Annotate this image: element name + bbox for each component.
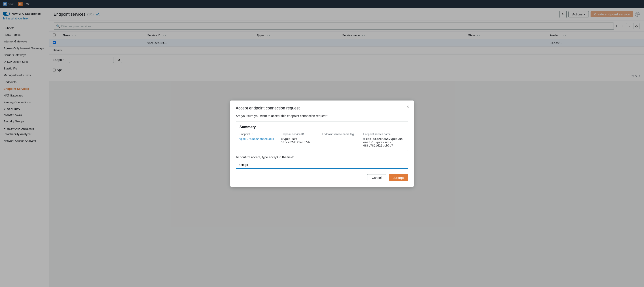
summary-grid: Endpoint ID vpce-07e308645ab2e0e8d Endpo… [240, 133, 404, 147]
endpoint-id-label: Endpoint ID [240, 133, 277, 136]
modal-title: Accept endpoint connection request [236, 106, 408, 111]
confirm-input[interactable] [236, 161, 408, 169]
modal-question: Are you sure you want to accept this end… [236, 114, 408, 118]
accept-button[interactable]: Accept [389, 174, 408, 181]
copy-icon[interactable]: ⧉ [281, 138, 283, 140]
service-name-tag-value: – [322, 137, 360, 140]
summary-title: Summary [240, 125, 404, 129]
cancel-button[interactable]: Cancel [367, 174, 386, 181]
summary-endpoint-id-col: Endpoint ID vpce-07e308645ab2e0e8d [240, 133, 281, 147]
endpoint-id-value[interactable]: vpce-07e308645ab2e0e8d [240, 137, 277, 140]
summary-service-name-col: Endpoint service name ⧉com.amazonaws.vpc… [363, 133, 405, 147]
confirm-label: To confirm accept, type accept in the fi… [236, 155, 408, 159]
accept-endpoint-modal: × Accept endpoint connection request Are… [230, 100, 414, 187]
modal-actions: Cancel Accept [236, 174, 408, 181]
service-name-tag-label: Endpoint service name tag [322, 133, 360, 136]
service-name-label: Endpoint service name [363, 133, 405, 136]
summary-service-id-col: Endpoint service ID ⧉vpce-svc-08fc782dd2… [281, 133, 322, 147]
service-id-value: ⧉vpce-svc-08fc782dd21acb7d7 [281, 137, 318, 144]
summary-service-name-tag-col: Endpoint service name tag – [322, 133, 363, 147]
modal-overlay: × Accept endpoint connection request Are… [0, 0, 644, 287]
modal-summary: Summary Endpoint ID vpce-07e308645ab2e0e… [236, 121, 408, 151]
copy-icon-2[interactable]: ⧉ [363, 138, 365, 140]
confirm-keyword: accept [269, 155, 278, 159]
modal-close-button[interactable]: × [406, 104, 409, 109]
service-id-label: Endpoint service ID [281, 133, 318, 136]
service-name-value: ⧉com.amazonaws.vpce.us-east-1.vpce-svc-0… [363, 137, 405, 147]
